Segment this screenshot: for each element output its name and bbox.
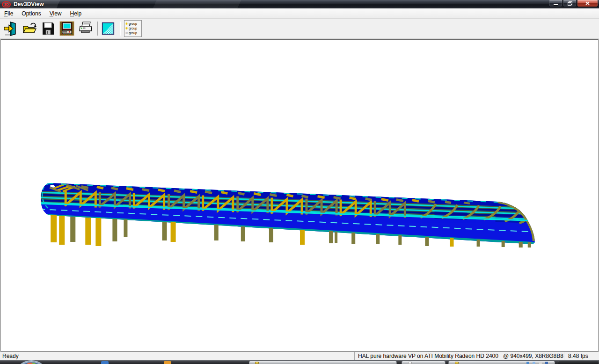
group-bulb-icon: ✱ <box>125 26 128 31</box>
folder-icon <box>255 362 259 364</box>
restore-button[interactable] <box>563 0 577 7</box>
render-viewport[interactable] <box>0 39 599 352</box>
menu-help[interactable]: Help <box>66 9 86 18</box>
tray-icon[interactable] <box>545 362 548 364</box>
tray-icon[interactable] <box>526 362 529 364</box>
windows-taskbar <box>0 360 599 364</box>
minimize-icon <box>554 4 558 5</box>
tray-icon[interactable] <box>533 362 535 364</box>
menu-bar: File Options View Help <box>0 8 599 19</box>
status-renderer: HAL pure hardware VP on ATI Mobility Rad… <box>354 352 564 360</box>
menu-options[interactable]: Options <box>17 9 45 18</box>
quicklaunch-icon[interactable] <box>164 361 171 364</box>
document-icon <box>408 362 412 364</box>
group-bulb-icon: ✱ <box>125 22 128 26</box>
toolbar-separator <box>120 22 120 36</box>
group-bulb-icon: ✱ <box>125 31 128 36</box>
restore-icon <box>568 1 572 6</box>
quicklaunch-icon[interactable] <box>101 361 109 364</box>
save-button[interactable] <box>40 20 56 37</box>
app-icon: 3D <box>2 1 11 7</box>
close-icon <box>585 1 590 5</box>
status-fps: 8.48 fps <box>564 352 599 360</box>
taskbar-window-button[interactable] <box>249 361 397 364</box>
open-folder-icon <box>22 21 37 36</box>
wing-model <box>1 40 598 351</box>
tray-icon[interactable] <box>539 362 542 364</box>
taskbar-active-window-button[interactable] <box>558 361 599 364</box>
save-floppy-icon <box>41 21 56 36</box>
toolbar: ✱ group ✱ group ✱ group <box>0 19 599 38</box>
start-button[interactable] <box>15 361 47 364</box>
minimize-button[interactable] <box>549 0 562 7</box>
background-color-button[interactable] <box>100 20 116 37</box>
app-icon-text: 3D <box>4 2 8 7</box>
display-settings-button[interactable] <box>59 20 75 37</box>
printer-icon <box>78 21 93 36</box>
close-button[interactable] <box>577 0 598 7</box>
display-monitor-icon <box>59 21 74 36</box>
open-button[interactable] <box>22 20 37 37</box>
group-row: ✱ group <box>125 22 141 26</box>
print-button[interactable] <box>78 20 94 37</box>
cyan-square-icon <box>101 22 115 36</box>
window-title: Dev3DView <box>14 1 44 7</box>
groups-button[interactable]: ✱ group ✱ group ✱ group <box>124 20 142 37</box>
exit-door-icon <box>3 21 18 36</box>
menu-file[interactable]: File <box>0 9 17 18</box>
window-controls <box>549 0 598 7</box>
status-ready: Ready <box>2 353 19 359</box>
toolbar-separator <box>97 22 98 36</box>
group-row: ✱ group <box>125 26 141 31</box>
group-row: ✱ group <box>125 31 141 36</box>
title-bar[interactable]: 3D Dev3DView <box>0 0 599 8</box>
folder-icon <box>455 362 459 364</box>
menu-view[interactable]: View <box>45 9 66 18</box>
status-bar: Ready HAL pure hardware VP on ATI Mobili… <box>0 352 599 360</box>
exit-button[interactable] <box>3 20 19 37</box>
